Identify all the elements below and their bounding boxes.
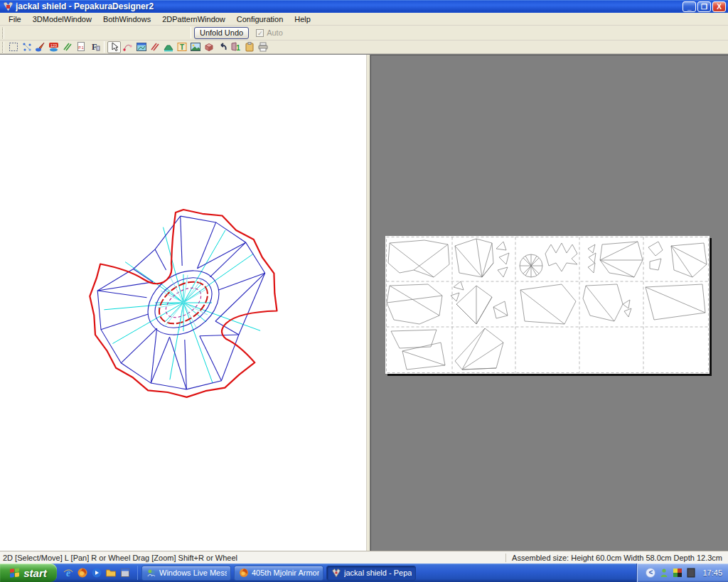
folder-icon[interactable] [105, 567, 117, 578]
start-label: start [23, 567, 47, 579]
task-windows-live-messenger[interactable]: Windows Live Messen... [141, 566, 231, 581]
tray-color-squares-icon[interactable] [673, 568, 682, 578]
tray-clock: 17:45 [700, 568, 722, 577]
join-edges-icon[interactable] [121, 41, 134, 53]
messenger-icon [146, 568, 156, 578]
main-area [0, 54, 728, 551]
status-hint: 2D [Select/Move] L [Pan] R or Wheel Drag… [0, 554, 505, 562]
windows-logo-icon [10, 568, 20, 578]
print-icon[interactable] [256, 41, 269, 53]
toolbar-grip-2[interactable] [2, 42, 4, 53]
rotate-model-icon[interactable] [202, 41, 215, 53]
firefox-task-icon [238, 568, 249, 578]
auto-checkbox-box[interactable]: ✓ [256, 29, 264, 37]
start-button[interactable]: start [0, 564, 57, 582]
tray-app-icon[interactable] [686, 568, 696, 578]
cyan-fold-lines [104, 227, 260, 383]
pattern-layout [385, 236, 710, 374]
2d-pattern-view[interactable] [370, 55, 728, 551]
svg-text:P.1: P.1 [78, 45, 84, 50]
pattern-sheet[interactable] [385, 236, 710, 374]
tray-messenger-icon[interactable] [659, 568, 669, 578]
assembled-size: Assembled size: Height 60.0cm Width 58.0… [505, 554, 728, 562]
insert-image-icon[interactable] [188, 41, 202, 53]
toolbar-separator [191, 27, 191, 38]
menu-file[interactable]: File [3, 14, 27, 25]
task-label: Windows Live Messen... [159, 568, 227, 577]
svg-text:123: 123 [50, 43, 56, 48]
font-icon[interactable]: F [87, 41, 101, 53]
page-grid [387, 237, 709, 373]
main-toolbar: 123 P.1 F T 1 [0, 41, 728, 54]
app-shortcut-icon[interactable] [119, 567, 131, 578]
menu-3d-model-window[interactable]: 3DModelWindow [27, 14, 97, 25]
system-tray: < 17:45 [636, 564, 728, 582]
export-icon[interactable]: 1 [229, 41, 242, 53]
toolbar-separator-2 [104, 41, 105, 53]
auto-checkbox[interactable]: ✓ Auto [256, 28, 283, 37]
shield-model [0, 55, 366, 551]
page-number-icon[interactable]: P.1 [74, 41, 87, 53]
auto-checkbox-label: Auto [267, 28, 283, 37]
pepakura-task-icon [331, 568, 341, 578]
text-box-icon[interactable]: T [175, 41, 188, 53]
svg-text:1: 1 [236, 44, 240, 52]
pattern-pieces [387, 239, 707, 370]
svg-text:e: e [66, 568, 70, 578]
window-title: jackal shield - PepakuraDesigner2 [16, 1, 682, 11]
svg-text:T: T [179, 43, 183, 51]
menu-2d-pattern-window[interactable]: 2DPatternWindow [156, 14, 231, 25]
toolbar-grip[interactable] [2, 28, 4, 38]
texture-window-icon[interactable] [134, 41, 148, 53]
unfold-undo-button[interactable]: Unfold Undo [194, 27, 249, 39]
mountain-fold-icon[interactable] [60, 41, 74, 53]
menu-help[interactable]: Help [289, 14, 316, 25]
task-label: 405th Mjolnir Armor - ... [252, 568, 319, 577]
select-region-icon[interactable] [6, 41, 20, 53]
clipboard-icon[interactable] [242, 41, 256, 53]
menu-configuration[interactable]: Configuration [231, 14, 289, 25]
restore-button[interactable]: ❐ [697, 1, 711, 12]
valley-fold-icon[interactable] [148, 41, 161, 53]
task-firefox-405th[interactable]: 405th Mjolnir Armor - ... [234, 566, 323, 581]
media-player-icon[interactable] [91, 567, 102, 578]
undo-icon[interactable] [215, 41, 229, 53]
select-points-icon[interactable] [20, 41, 33, 53]
select-arrow-icon[interactable] [107, 41, 121, 53]
edge-id-numbers-icon[interactable]: 123 [47, 41, 60, 53]
task-label: jackal shield - Pepaku... [344, 568, 412, 577]
title-bar[interactable]: jackal shield - PepakuraDesigner2 _ ❐ X [0, 0, 728, 13]
pepakura-designer-window: jackal shield - PepakuraDesigner2 _ ❐ X … [0, 0, 728, 582]
svg-text:F: F [92, 42, 97, 52]
task-pepakura-active[interactable]: jackal shield - Pepaku... [326, 566, 416, 581]
menu-bar: File 3DModelWindow BothWindows 2DPattern… [0, 13, 728, 26]
app-icon [4, 2, 13, 11]
internet-explorer-icon[interactable]: e [63, 567, 74, 578]
unfold-toolbar: Unfold Undo ✓ Auto [0, 26, 728, 41]
3d-model-view[interactable] [0, 55, 366, 551]
paint-brush-icon[interactable] [33, 41, 47, 53]
flatten-icon[interactable] [161, 41, 175, 53]
quick-launch-bar: e [57, 567, 135, 578]
tray-chevron-icon[interactable]: < [646, 568, 655, 578]
taskbar: start e Windows Live Messen... 405th Mjo… [0, 564, 728, 582]
minimize-button[interactable]: _ [682, 1, 696, 12]
status-bar: 2D [Select/Move] L [Pan] R or Wheel Drag… [0, 551, 728, 564]
menu-both-windows[interactable]: BothWindows [97, 14, 156, 25]
close-button[interactable]: X [712, 1, 726, 12]
firefox-icon[interactable] [77, 567, 88, 578]
